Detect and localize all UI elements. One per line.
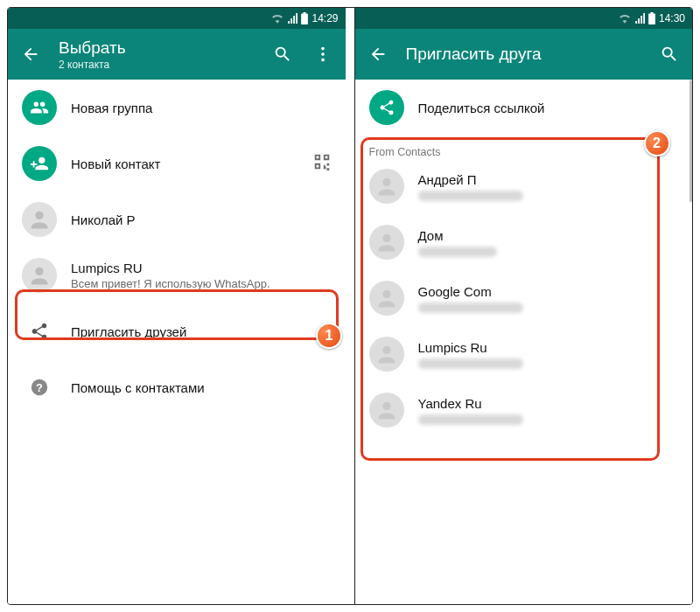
contact-row-nikolay[interactable]: Николай Р	[8, 191, 346, 247]
svg-point-4	[35, 268, 43, 275]
contact-name: Андрей П	[418, 172, 679, 187]
avatar-placeholder-icon	[369, 169, 404, 204]
invite-friends-row[interactable]: Пригласить друзей	[8, 303, 346, 359]
invite-contact-row[interactable]: Yandex Ru	[355, 382, 693, 438]
qr-icon[interactable]	[312, 152, 332, 175]
new-contact-row[interactable]: Новый контакт	[8, 136, 346, 191]
search-icon[interactable]	[270, 42, 295, 66]
contact-name: Дом	[418, 228, 679, 243]
contact-name: Yandex Ru	[418, 396, 679, 411]
contacts-help-label: Помощь с контактами	[71, 380, 332, 395]
contact-phone-blurred	[418, 358, 523, 369]
status-bar: 14:29	[8, 8, 346, 29]
phone-right: 14:30 Пригласить друга Поделиться ссылко…	[354, 8, 693, 604]
invite-list: Поделиться ссылкой From Contacts Андрей …	[355, 80, 693, 604]
group-icon	[22, 90, 57, 125]
status-time: 14:30	[659, 12, 685, 24]
app-bar: Выбрать 2 контакта	[8, 29, 346, 80]
contact-phone-blurred	[418, 414, 523, 425]
battery-icon	[301, 12, 308, 24]
contact-phone-blurred	[418, 247, 497, 257]
contacts-help-row[interactable]: ? Помощь с контактами	[8, 359, 346, 415]
contact-name: Google Com	[418, 284, 679, 299]
svg-point-10	[382, 346, 390, 354]
new-group-label: Новая группа	[71, 101, 332, 115]
share-icon	[369, 90, 404, 125]
avatar-placeholder-icon	[369, 393, 404, 428]
back-icon[interactable]	[366, 42, 390, 66]
svg-point-7	[382, 178, 390, 186]
svg-point-11	[382, 402, 390, 410]
status-bar: 14:30	[355, 8, 693, 29]
screen-title: Выбрать	[59, 38, 255, 58]
add-contact-icon	[22, 146, 57, 181]
svg-point-9	[382, 290, 390, 298]
contact-phone-blurred	[418, 191, 523, 201]
menu-icon[interactable]	[311, 42, 335, 66]
battery-icon	[648, 12, 655, 24]
screen-title: Пригласить друга	[406, 45, 642, 64]
share-link-label: Поделиться ссылкой	[418, 101, 679, 115]
invite-contact-row[interactable]: Андрей П	[355, 158, 693, 214]
avatar-placeholder-icon	[22, 258, 57, 293]
signal-icon	[634, 13, 645, 24]
svg-point-8	[382, 234, 390, 242]
wifi-icon	[271, 13, 284, 24]
screen-subtitle: 2 контакта	[59, 59, 255, 71]
svg-point-1	[321, 52, 325, 56]
share-icon	[22, 314, 57, 349]
contacts-list: Новая группа Новый контакт Николай Р	[8, 80, 346, 604]
status-time: 14:29	[312, 12, 338, 24]
avatar-placeholder-icon	[22, 202, 57, 237]
invite-friends-label: Пригласить друзей	[71, 324, 332, 339]
avatar-placeholder-icon	[369, 225, 404, 260]
contact-name: Lumpics RU	[71, 261, 332, 275]
svg-text:?: ?	[36, 381, 43, 394]
avatar-placeholder-icon	[369, 281, 404, 316]
phone-left: 14:29 Выбрать 2 контакта Новая груп	[8, 8, 346, 604]
contact-name: Николай Р	[71, 212, 332, 227]
help-icon: ?	[22, 370, 57, 405]
section-from-contacts: From Contacts	[355, 136, 693, 158]
contact-status: Всем привет! Я использую WhatsApp.	[71, 277, 332, 290]
invite-contact-row[interactable]: Google Com	[355, 270, 693, 326]
contact-name: Lumpics Ru	[418, 340, 679, 355]
invite-contact-row[interactable]: Lumpics Ru	[355, 326, 693, 382]
wifi-icon	[619, 13, 631, 24]
new-contact-label: Новый контакт	[71, 156, 298, 171]
new-group-row[interactable]: Новая группа	[8, 80, 346, 136]
contact-phone-blurred	[418, 303, 523, 313]
scrollbar[interactable]	[690, 80, 692, 202]
search-icon[interactable]	[657, 42, 682, 66]
svg-point-3	[35, 212, 43, 219]
contact-row-lumpics[interactable]: Lumpics RU Всем привет! Я использую What…	[8, 247, 346, 303]
svg-point-2	[321, 59, 325, 62]
signal-icon	[287, 13, 298, 24]
share-link-row[interactable]: Поделиться ссылкой	[355, 80, 693, 136]
invite-contact-row[interactable]: Дом	[355, 214, 693, 270]
avatar-placeholder-icon	[369, 337, 404, 372]
app-bar: Пригласить друга	[355, 29, 693, 80]
svg-point-0	[321, 47, 325, 51]
back-icon[interactable]	[18, 42, 43, 66]
